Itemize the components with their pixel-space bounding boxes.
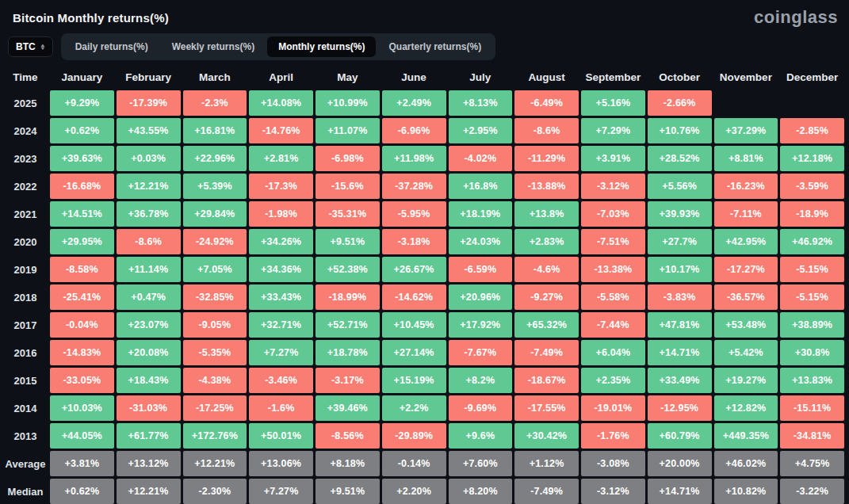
return-cell: -36.57% [714,284,778,310]
row-label-average: Average [3,451,48,476]
returns-table: TimeJanuaryFebruaryMarchAprilMayJuneJuly… [0,64,849,504]
return-cell: -7.49% [514,340,579,365]
return-cell: +8.81% [714,146,778,171]
return-cell: +5.16% [581,90,645,116]
empty-cell [780,90,844,116]
return-cell: -31.03% [117,395,181,421]
return-cell: +52.71% [316,312,380,338]
return-cell: +34.36% [249,257,313,282]
return-cell: +26.67% [382,257,446,282]
column-header-january: January [50,66,114,88]
return-cell: -13.88% [514,174,579,199]
row-label-2017: 2017 [3,312,48,338]
return-cell: +12.21% [117,174,181,199]
return-cell: +18.78% [316,340,380,365]
row-label-2016: 2016 [3,340,48,365]
return-cell: -8.6% [514,118,579,143]
return-cell: +10.99% [316,90,380,116]
return-cell: +12.18% [780,146,844,171]
return-cell: +172.76% [183,423,247,449]
column-header-may: May [316,66,380,88]
return-cell: +30.8% [780,340,844,365]
return-cell: -18.9% [780,201,844,227]
return-cell: -15.11% [780,395,844,421]
return-cell: +3.81% [50,451,114,476]
return-cell: -7.03% [581,201,645,227]
column-header-october: October [648,66,712,88]
return-cell: -7.51% [581,229,645,254]
return-cell: +23.07% [117,312,181,338]
return-cell: -6.96% [382,118,446,143]
return-cell: +16.81% [183,118,247,143]
row-label-2022: 2022 [3,174,48,199]
row-label-2018: 2018 [3,284,48,310]
row-label-2019: 2019 [3,257,48,282]
return-cell: +22.96% [183,146,247,171]
return-cell: +0.62% [50,118,114,143]
return-cell: -16.68% [50,174,114,199]
return-cell: -29.89% [382,423,446,449]
return-cell: -3.12% [581,479,645,504]
return-cell: +10.17% [648,257,712,282]
return-cell: -1.98% [249,201,313,227]
tab-quarterly-returns[interactable]: Quarterly returns(%) [377,36,492,57]
return-cell: -15.6% [316,174,380,199]
row-label-median: Median [3,479,48,504]
top-bar: Bitcoin Monthly returns(%) coinglass [0,0,849,31]
return-cell: +30.42% [514,423,579,449]
return-cell: +17.92% [449,312,513,338]
return-cell: -1.76% [581,423,645,449]
return-cell: +0.62% [50,479,114,504]
coinglass-logo: coinglass [754,7,838,28]
return-cell: +39.63% [50,146,114,171]
return-cell: +29.84% [183,201,247,227]
return-cell: -6.49% [514,90,579,116]
return-cell: +43.55% [117,118,181,143]
return-cell: +29.95% [50,229,114,254]
return-cell: +19.27% [714,368,778,393]
return-cell: +39.46% [316,395,380,421]
tab-weekly-returns[interactable]: Weekly returns(%) [161,36,266,57]
return-cell: -7.11% [714,201,778,227]
return-cell: -3.18% [382,229,446,254]
return-cell: -2.3% [183,90,247,116]
tab-monthly-returns[interactable]: Monthly returns(%) [267,36,376,57]
tab-daily-returns[interactable]: Daily returns(%) [64,36,159,57]
return-cell: +18.43% [117,368,181,393]
column-header-august: August [514,66,579,88]
row-label-2014: 2014 [3,395,48,421]
return-cell: +5.56% [648,174,712,199]
return-cell: -8.58% [50,257,114,282]
return-cell: -25.41% [50,284,114,310]
return-cell: -7.49% [514,479,579,504]
return-cell: -18.99% [316,284,380,310]
row-label-2015: 2015 [3,368,48,393]
return-cell: -33.05% [50,368,114,393]
coin-selector[interactable]: BTC ▲▼ [8,36,53,57]
return-cell: +20.08% [117,340,181,365]
return-cell: -32.85% [183,284,247,310]
column-header-september: September [581,66,645,88]
return-cell: +53.48% [714,312,778,338]
return-cell: -2.85% [780,118,844,143]
return-cell: +449.35% [714,423,778,449]
row-label-2020: 2020 [3,229,48,254]
return-cell: +2.2% [382,395,446,421]
return-cell: +2.20% [382,479,446,504]
return-cell: +13.8% [514,201,579,227]
return-cell: -7.44% [581,312,645,338]
return-cell: -1.6% [249,395,313,421]
return-cell: +9.51% [316,229,380,254]
return-cell: +46.92% [780,229,844,254]
return-cell: -0.04% [50,312,114,338]
return-cell: +33.43% [249,284,313,310]
return-cell: -3.22% [780,479,844,504]
coin-selector-value: BTC [16,41,36,52]
return-cell: +7.05% [183,257,247,282]
return-cell: +47.81% [648,312,712,338]
return-cell: -3.59% [780,174,844,199]
return-cell: +10.45% [382,312,446,338]
return-cell: +20.96% [449,284,513,310]
return-cell: -3.83% [648,284,712,310]
return-cell: +44.05% [50,423,114,449]
